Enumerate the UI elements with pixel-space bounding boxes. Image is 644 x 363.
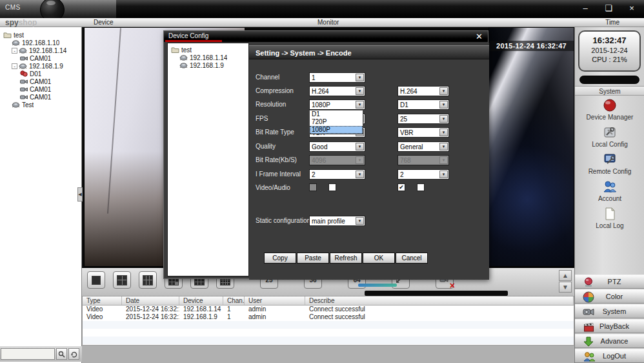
resolution-option-720p[interactable]: 720P xyxy=(310,118,363,126)
resolution-select[interactable]: 1080P▼ xyxy=(309,99,365,110)
tree-item-cam01[interactable]: CAM01 xyxy=(0,54,82,62)
system-icon xyxy=(583,306,594,318)
video-audio-checkbox[interactable] xyxy=(328,183,336,191)
clock-date: 2015-12-24 xyxy=(579,47,639,54)
ok-button[interactable]: OK xyxy=(363,253,395,264)
minimize-button[interactable]: – xyxy=(578,3,592,14)
tree-item-d01[interactable]: D01 xyxy=(0,70,82,78)
bit-rate-type-sub-select[interactable]: VBR▼ xyxy=(397,127,449,138)
chevron-down-icon: ▼ xyxy=(356,101,364,109)
tree-item-cam01[interactable]: CAM01 xyxy=(0,78,82,85)
refresh-button[interactable] xyxy=(68,348,79,360)
copy-button[interactable]: Copy xyxy=(264,253,296,264)
column-header-user[interactable]: User xyxy=(245,296,305,305)
compression-label: Compression xyxy=(256,87,294,94)
column-header-type[interactable]: Type xyxy=(83,296,122,305)
page-down-button[interactable]: ▼ xyxy=(559,282,572,293)
resolution-option-1080p[interactable]: 1080P xyxy=(310,126,363,134)
paste-button[interactable]: Paste xyxy=(297,253,329,264)
tree-item-192-168-1-10[interactable]: 192.168.1.10 xyxy=(0,39,82,47)
tree-item-192-168-1-9[interactable]: -192.168.1.9 xyxy=(0,62,82,70)
local-config-button[interactable]: Local Config xyxy=(575,124,644,151)
grid-6-icon xyxy=(143,275,153,285)
table-row[interactable]: Video2015-12-24 16:32:12192.168.1.141adm… xyxy=(83,306,574,313)
advance-button[interactable]: Advance xyxy=(575,334,644,348)
quality-sub-select[interactable]: General▼ xyxy=(397,141,449,152)
quality-select[interactable]: Good▼ xyxy=(309,141,365,152)
tree-item-label: 192.168.1.14 xyxy=(29,47,66,54)
tree-collapse-handle[interactable]: ◀ xyxy=(77,187,83,202)
column-header-date[interactable]: Date xyxy=(122,296,179,305)
maximize-button[interactable]: ❏ xyxy=(601,3,616,14)
local-log-button[interactable]: Local Log xyxy=(575,205,644,233)
resolution-sub-select[interactable]: D1▼ xyxy=(397,99,449,110)
dialog-close-icon[interactable]: ✕ xyxy=(476,32,483,41)
video-pane-2[interactable]: 2015-12-24 16:32:47 xyxy=(488,27,574,267)
table-row[interactable]: Video2015-12-24 16:32:10192.168.1.91admi… xyxy=(83,313,574,321)
tree-item-test[interactable]: Test xyxy=(0,101,82,109)
camera-icon xyxy=(20,87,28,92)
compression-select[interactable]: H.264▼ xyxy=(309,86,365,96)
tree-item-192-168-1-14[interactable]: -192.168.1.14 xyxy=(0,47,82,54)
page-up-button[interactable]: ▲ xyxy=(559,270,572,281)
chevron-down-icon: ▼ xyxy=(439,143,448,150)
column-header-chan[interactable]: Chan... xyxy=(223,296,245,305)
menu-item-time[interactable]: Time xyxy=(605,19,619,26)
color-icon xyxy=(583,291,594,303)
view-6-button[interactable] xyxy=(139,271,157,289)
event-log-table: TypeDateDeviceChan...UserDescribe Video2… xyxy=(82,296,574,346)
playback-button[interactable]: PlayBack xyxy=(575,319,644,333)
menu-item-monitor[interactable]: Monitor xyxy=(317,19,339,26)
resolution-option-d1[interactable]: D1 xyxy=(310,110,363,118)
column-header-describe[interactable]: Describe xyxy=(305,296,574,305)
account-button[interactable]: Account xyxy=(575,178,644,205)
fps-label: FPS xyxy=(256,115,268,122)
search-input[interactable] xyxy=(1,348,55,360)
color-button[interactable]: Color xyxy=(575,289,644,304)
i-frame-interval-select[interactable]: 2▼ xyxy=(309,169,365,180)
close-button[interactable]: × xyxy=(625,3,639,14)
chevron-down-icon: ▼ xyxy=(439,101,448,109)
fps-sub-select[interactable]: 25▼ xyxy=(397,114,449,124)
logout-button[interactable]: LogOut xyxy=(575,349,644,363)
static-config-select[interactable]: main profile ▼ xyxy=(309,216,365,226)
cancel-button[interactable]: Cancel xyxy=(396,253,428,264)
dialog-tree-item-test[interactable]: test xyxy=(168,46,248,54)
bit-rate-type-label: Bit Rate Type xyxy=(256,129,294,136)
channel-select[interactable]: 1▼ xyxy=(309,72,365,83)
table-cell: Video xyxy=(83,313,122,321)
system-button[interactable]: System xyxy=(575,304,644,318)
tree-expander-icon[interactable]: - xyxy=(12,63,17,69)
video-audio-checkbox[interactable] xyxy=(309,183,317,191)
video-audio-checkbox[interactable]: ✔ xyxy=(397,183,405,191)
dialog-tree-item-192-168-1-14[interactable]: 192.168.1.14 xyxy=(168,54,248,61)
system-section-header: System xyxy=(575,86,644,96)
tree-expander-icon[interactable]: - xyxy=(12,48,17,54)
panel-splitter[interactable] xyxy=(365,291,508,296)
device-manager-button[interactable]: Device Manager xyxy=(575,97,644,124)
bit-rate-kb-s--select[interactable]: 4096▼ xyxy=(309,155,365,165)
tree-item-cam01[interactable]: CAM01 xyxy=(0,85,82,93)
tree-item-cam01[interactable]: CAM01 xyxy=(0,93,82,101)
bit-rate-kb-s--sub-select[interactable]: 768▼ xyxy=(397,155,449,165)
compression-sub-select[interactable]: H.264▼ xyxy=(397,86,449,96)
dialog-tree-item-192-168-1-9[interactable]: 192.168.1.9 xyxy=(168,61,248,69)
tree-item-label: 192.168.1.14 xyxy=(190,54,227,61)
menu-item-device[interactable]: Device xyxy=(94,19,114,26)
logout-icon xyxy=(583,351,594,362)
chevron-down-icon: ▼ xyxy=(356,217,364,225)
view-4-button[interactable] xyxy=(113,271,131,289)
refresh-button[interactable]: Refresh xyxy=(330,253,362,264)
table-cell: Video xyxy=(83,306,122,313)
playback-label: PlayBack xyxy=(599,322,629,330)
column-header-device[interactable]: Device xyxy=(179,296,223,305)
search-button[interactable] xyxy=(56,348,67,360)
table-cell: 192.168.1.14 xyxy=(179,306,223,313)
video-audio-checkbox[interactable] xyxy=(417,183,425,191)
i-frame-interval-sub-select[interactable]: 2▼ xyxy=(397,169,449,180)
tree-item-test[interactable]: test xyxy=(0,31,82,39)
folder-icon xyxy=(171,47,179,53)
remote-config-button[interactable]: Remote Config xyxy=(575,151,644,178)
view-1-button[interactable] xyxy=(87,271,105,289)
ptz-button[interactable]: PTZ xyxy=(575,275,644,289)
